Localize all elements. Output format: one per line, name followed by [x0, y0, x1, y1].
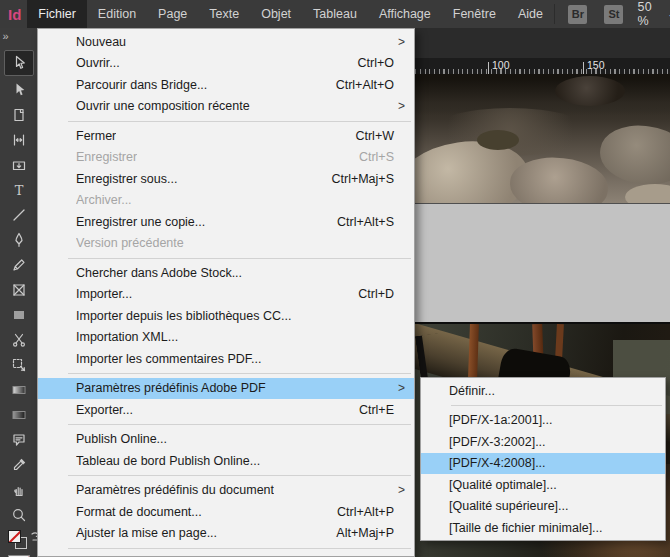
menu-item-tableau-de-bord-publish-online[interactable]: Tableau de bord Publish Online... — [38, 450, 414, 472]
menubar-item-tableau[interactable]: Tableau — [302, 0, 368, 28]
note-tool[interactable] — [5, 429, 33, 451]
menu-item-label: [Taille de fichier minimale]... — [449, 521, 603, 535]
expand-panel-icon[interactable]: » — [0, 28, 37, 43]
menu-item-qualite-superieure[interactable]: [Qualité supérieure]... — [421, 496, 665, 518]
menu-separator — [451, 405, 662, 406]
menu-item-parametres-predefinis-adobe-pdf[interactable]: Paramètres prédéfinis Adobe PDF> — [38, 378, 414, 400]
indesign-window: Id FichierEditionPageTexteObjetTableauAf… — [0, 0, 670, 557]
document-photo-rocks[interactable] — [415, 74, 670, 203]
submenu-arrow-icon: > — [398, 34, 405, 48]
bridge-button[interactable]: Br — [568, 5, 587, 24]
menu-item-shortcut: Ctrl+D — [358, 287, 406, 301]
type-tool[interactable]: T — [5, 179, 33, 201]
menu-item-shortcut: Ctrl+S — [359, 150, 406, 164]
menu-item-format-de-document[interactable]: Format de document...Ctrl+Alt+P — [38, 501, 414, 523]
menu-item-importation-xml[interactable]: Importation XML... — [38, 327, 414, 349]
menubar-items: FichierEditionPageTexteObjetTableauAffic… — [27, 0, 554, 28]
zoom-level-value[interactable]: 50 % — [637, 0, 652, 28]
menu-item-version-precedente: Version précédente — [38, 233, 414, 255]
menu-item-label: Définir... — [449, 384, 495, 398]
ruler-label: 100 — [492, 59, 510, 71]
menu-item-ajuster-la-mise-en-page[interactable]: Ajuster la mise en page...Alt+Maj+P — [38, 523, 414, 545]
svg-text:T: T — [14, 183, 23, 198]
pdf-presets-submenu: Définir...[PDF/X-1a:2001]...[PDF/X-3:200… — [420, 377, 666, 541]
pasteboard[interactable] — [415, 203, 670, 322]
gap-tool[interactable] — [5, 129, 33, 151]
ruler-major-tick — [583, 62, 584, 74]
app-switch-buttons: BrSt — [568, 5, 623, 24]
menu-item-exporter[interactable]: Exporter...Ctrl+E — [38, 399, 414, 421]
menu-item-ouvrir[interactable]: Ouvrir...Ctrl+O — [38, 53, 414, 75]
menu-item-importer[interactable]: Importer...Ctrl+D — [38, 284, 414, 306]
direct-selection-tool[interactable] — [5, 79, 33, 101]
menu-item-nouveau[interactable]: Nouveau> — [38, 31, 414, 53]
horizontal-ruler[interactable]: 100150 — [415, 58, 670, 74]
menu-item-definir[interactable]: Définir... — [421, 380, 665, 402]
zoom-tool[interactable] — [5, 504, 33, 526]
menu-item-parcourir-dans-bridge[interactable]: Parcourir dans Bridge...Ctrl+Alt+O — [38, 74, 414, 96]
menu-item-pdf-x-1a-2001[interactable]: [PDF/X-1a:2001]... — [421, 410, 665, 432]
menu-item-pdf-x-4-2008[interactable]: [PDF/X-4:2008]... — [421, 453, 665, 475]
menu-item-label: Exporter... — [76, 403, 133, 417]
menu-item-archiver: Archiver... — [38, 190, 414, 212]
content-collector-tool[interactable] — [5, 154, 33, 176]
gradient-feather-tool[interactable] — [5, 404, 33, 426]
menu-item-label: Ouvrir... — [76, 56, 120, 70]
document-tab-strip — [415, 28, 670, 58]
page-tool[interactable] — [5, 104, 33, 126]
menu-item-enregistrer-sous[interactable]: Enregistrer sous...Ctrl+Maj+S — [38, 168, 414, 190]
menu-item-fermer[interactable]: FermerCtrl+W — [38, 125, 414, 147]
fill-swatch[interactable] — [8, 530, 21, 543]
menubar-item-texte[interactable]: Texte — [198, 0, 250, 28]
menu-item-shortcut: Ctrl+W — [355, 129, 406, 143]
menu-item-shortcut: Ctrl+Alt+O — [336, 78, 406, 92]
hand-tool[interactable] — [5, 479, 33, 501]
photo-pebble — [477, 130, 519, 150]
menu-item-parametres-predefinis-du-document[interactable]: Paramètres prédéfinis du document> — [38, 480, 414, 502]
stock-button[interactable]: St — [604, 5, 623, 24]
menu-item-ouvrir-une-composition-recente[interactable]: Ouvrir une composition récente> — [38, 96, 414, 118]
menu-item-label: Ajuster la mise en page... — [76, 526, 217, 540]
free-transform-tool[interactable] — [5, 354, 33, 376]
menu-item-qualite-optimale[interactable]: [Qualité optimale]... — [421, 474, 665, 496]
menu-item-importer-les-commentaires-pdf[interactable]: Importer les commentaires PDF... — [38, 348, 414, 370]
menu-separator — [68, 548, 411, 549]
gradient-swatch-tool[interactable] — [5, 379, 33, 401]
menu-item-taille-de-fichier-minimale[interactable]: [Taille de fichier minimale]... — [421, 517, 665, 539]
line-tool[interactable] — [5, 204, 33, 226]
menubar-item-fichier[interactable]: Fichier — [27, 0, 87, 28]
menubar-item-aide[interactable]: Aide — [507, 0, 554, 28]
selection-tool[interactable] — [4, 50, 34, 76]
pencil-tool[interactable] — [5, 254, 33, 276]
menu-item-label: Publish Online... — [76, 432, 167, 446]
menu-item-label: Archiver... — [76, 193, 132, 207]
scissors-tool[interactable] — [5, 329, 33, 351]
pen-tool[interactable] — [5, 229, 33, 251]
rectangle-frame-tool[interactable] — [5, 279, 33, 301]
eyedropper-tool[interactable] — [5, 454, 33, 476]
menu-item-importer-depuis-les-bibliotheques-cc[interactable]: Importer depuis les bibliothèques CC... — [38, 305, 414, 327]
menu-item-label: Importation XML... — [76, 330, 178, 344]
menu-item-enregistrer-une-copie[interactable]: Enregistrer une copie...Ctrl+Alt+S — [38, 211, 414, 233]
menu-item-label: [Qualité optimale]... — [449, 478, 557, 492]
menu-item-pdf-x-3-2002[interactable]: [PDF/X-3:2002]... — [421, 431, 665, 453]
fill-stroke-swatches[interactable] — [5, 529, 33, 551]
menu-item-publish-online[interactable]: Publish Online... — [38, 429, 414, 451]
menu-item-chercher-dans-adobe-stock[interactable]: Chercher dans Adobe Stock... — [38, 262, 414, 284]
indesign-logo: Id — [8, 6, 21, 23]
menubar-item-objet[interactable]: Objet — [250, 0, 302, 28]
menubar-item-edition[interactable]: Edition — [87, 0, 147, 28]
menu-item-label: [PDF/X-3:2002]... — [449, 435, 546, 449]
ruler-label: 150 — [587, 59, 605, 71]
menu-separator — [68, 373, 411, 374]
menu-item-shortcut: Ctrl+Alt+P — [337, 505, 406, 519]
toolbar-tools: T — [4, 50, 34, 557]
menubar-item-affichage[interactable]: Affichage — [368, 0, 442, 28]
menu-item-label: Paramètres prédéfinis du document — [76, 483, 274, 497]
menu-item-label: Importer... — [76, 287, 132, 301]
rectangle-tool[interactable] — [5, 304, 33, 326]
menubar-item-fenetre[interactable]: Fenêtre — [442, 0, 507, 28]
menu-item-label: Format de document... — [76, 505, 202, 519]
menubar-item-page[interactable]: Page — [147, 0, 198, 28]
menu-item-label: Importer les commentaires PDF... — [76, 352, 261, 366]
